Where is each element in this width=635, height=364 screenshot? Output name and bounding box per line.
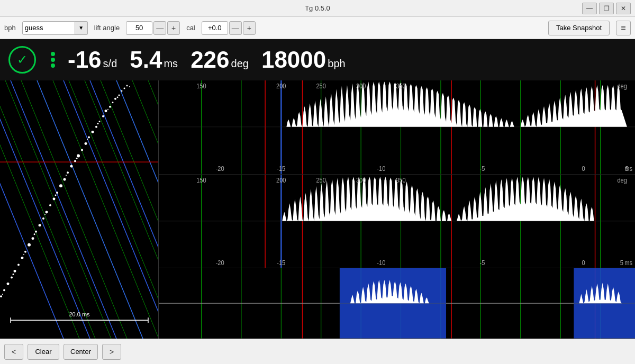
svg-point-36 (77, 154, 80, 157)
waveform-panel-mid[interactable]: 150 200 250 300 350 deg -20 -15 -10 -5 0… (159, 175, 635, 269)
cal-plus-button[interactable]: + (243, 21, 256, 35)
svg-text:200: 200 (276, 177, 286, 184)
cal-input[interactable] (202, 21, 228, 35)
svg-point-46 (42, 217, 44, 220)
beat-value: 5.4 (130, 47, 162, 73)
waveform-panel-top[interactable]: 150 200 250 300 350 deg -20 -15 -10 -5 0… (159, 80, 635, 175)
dot-1 (51, 52, 55, 56)
menu-button[interactable]: ≡ (616, 21, 631, 35)
svg-point-62 (97, 123, 99, 124)
close-button[interactable]: ✕ (616, 3, 631, 14)
svg-text:-10: -10 (377, 260, 385, 266)
svg-point-24 (119, 94, 120, 96)
svg-text:-10: -10 (377, 166, 385, 172)
waveform-panels: 150 200 250 300 350 deg -20 -15 -10 -5 0… (159, 80, 635, 339)
bph-label: bph (4, 24, 16, 32)
svg-point-21 (126, 85, 128, 86)
title-bar: Tg 0.5.0 — ❐ ✕ (0, 0, 635, 17)
svg-point-45 (46, 211, 48, 213)
svg-point-30 (99, 121, 101, 122)
cal-minus-button[interactable]: — (229, 21, 242, 35)
svg-point-50 (28, 243, 31, 247)
svg-point-65 (66, 175, 67, 176)
svg-point-42 (56, 192, 58, 194)
svg-point-63 (87, 139, 88, 140)
svg-point-49 (32, 237, 34, 240)
timing-svg: 20.0 ms (0, 80, 159, 339)
svg-text:150: 150 (196, 83, 206, 89)
svg-point-34 (85, 142, 87, 145)
svg-point-64 (76, 158, 78, 159)
waveform-svg-mid: 150 200 250 300 350 deg -20 -15 -10 -5 0… (159, 175, 635, 268)
svg-point-41 (59, 184, 62, 187)
status-bar: ✓ -16 s/d 5.4 ms 226 deg 18000 bph (0, 39, 635, 80)
svg-text:150: 150 (196, 177, 206, 184)
svg-point-55 (11, 276, 13, 278)
center-button[interactable]: Center (64, 344, 98, 360)
svg-point-31 (95, 126, 97, 128)
svg-point-32 (92, 131, 94, 133)
svg-text:ms: ms (624, 260, 632, 266)
toolbar: bph ▼ lift angle — + cal — + Take Snapsh… (0, 17, 635, 39)
svg-text:deg: deg (617, 83, 627, 89)
svg-point-37 (74, 160, 76, 162)
minimize-button[interactable]: — (582, 3, 597, 14)
svg-text:-20: -20 (216, 260, 224, 266)
bph-display-value: 18000 (261, 47, 326, 73)
svg-point-22 (124, 87, 125, 89)
dot-2 (51, 58, 55, 62)
svg-text:0: 0 (582, 260, 585, 266)
lift-angle-label: lift angle (94, 24, 120, 32)
snapshot-button[interactable]: Take Snapshot (548, 21, 610, 35)
lift-angle-input[interactable] (126, 21, 152, 35)
rate-unit: s/d (103, 58, 117, 73)
clear-button[interactable]: Clear (28, 344, 59, 360)
svg-point-26 (112, 102, 114, 103)
svg-point-56 (7, 283, 10, 285)
waveform-panel-bottom[interactable] (159, 268, 635, 339)
svg-point-27 (109, 106, 111, 108)
window-controls: — ❐ ✕ (582, 3, 631, 14)
lift-angle-stepper: — + (126, 21, 180, 35)
svg-text:ms: ms (624, 166, 632, 172)
main-content: 20.0 ms (0, 80, 635, 339)
svg-point-23 (121, 90, 123, 92)
svg-point-68 (34, 233, 35, 235)
timing-panel[interactable]: 20.0 ms (0, 80, 159, 339)
svg-point-43 (53, 198, 56, 201)
svg-point-59 (129, 86, 130, 87)
rate-group: -16 s/d (68, 47, 117, 73)
svg-point-53 (17, 264, 20, 266)
svg-point-67 (44, 214, 46, 215)
svg-rect-76 (159, 80, 635, 174)
svg-point-61 (107, 109, 108, 110)
svg-text:20.0 ms: 20.0 ms (69, 311, 90, 317)
lift-angle-plus-button[interactable]: + (167, 21, 180, 35)
svg-text:-5: -5 (479, 166, 485, 172)
svg-point-33 (88, 136, 90, 139)
svg-text:deg: deg (617, 177, 627, 184)
signal-dots (51, 52, 55, 68)
svg-point-54 (14, 270, 16, 272)
svg-point-70 (13, 274, 14, 275)
next-button[interactable]: > (102, 344, 121, 360)
lift-angle-minus-button[interactable]: — (153, 21, 166, 35)
svg-point-39 (67, 171, 69, 174)
cal-label: cal (186, 24, 195, 32)
waveform-svg-bottom (159, 268, 635, 339)
prev-button[interactable]: < (4, 344, 23, 360)
svg-point-28 (105, 110, 107, 112)
maximize-button[interactable]: ❐ (599, 3, 614, 14)
svg-text:250: 250 (316, 177, 325, 184)
dot-3 (51, 63, 55, 68)
bph-input[interactable] (22, 21, 75, 35)
svg-point-40 (64, 178, 66, 181)
svg-point-29 (102, 115, 104, 117)
svg-point-58 (0, 295, 2, 297)
app-title: Tg 0.5.0 (305, 4, 330, 12)
bph-display-group: 18000 bph (261, 47, 346, 73)
svg-text:-15: -15 (277, 166, 285, 172)
svg-text:300: 300 (356, 83, 366, 89)
angle-unit: deg (231, 58, 249, 73)
bph-dropdown-button[interactable]: ▼ (75, 21, 88, 35)
